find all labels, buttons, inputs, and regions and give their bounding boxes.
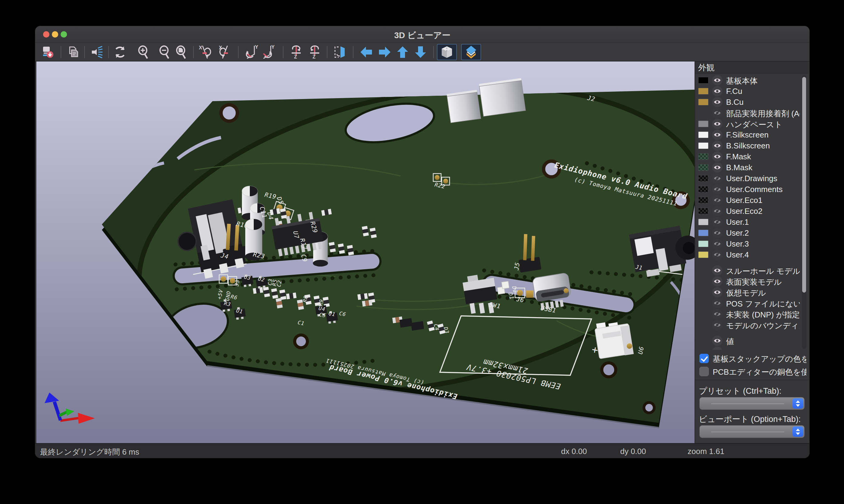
layer-row[interactable]: ハンダペースト [695,119,809,129]
stackup-colors-checkbox[interactable] [700,354,709,363]
export-image-button[interactable] [39,44,56,60]
layer-row[interactable]: B.Mask [695,162,809,173]
eye-visible-icon[interactable] [712,141,722,151]
layer-row[interactable]: User.Eco1 [695,195,809,206]
scrollbar-thumb[interactable] [802,77,806,293]
zoom-out-button[interactable] [156,44,173,60]
layer-color-swatch[interactable] [698,240,708,247]
layer-row[interactable]: B.Cu [695,96,809,108]
eye-hidden-icon[interactable] [712,309,722,319]
eye-visible-icon[interactable] [712,162,722,173]
copy-image-button[interactable] [65,44,82,60]
raytracing-render-button[interactable] [88,44,105,60]
layer-color-swatch[interactable] [698,251,708,258]
layer-list[interactable]: 基板本体F.CuB.Cu部品実装用接着剤 (Adhesive)ハンダペーストF.… [695,75,809,350]
rotate-z-clockwise-button[interactable]: Z [288,44,305,60]
rotate-z-cw-icon: Z [289,45,303,59]
extra-row[interactable] [695,346,809,350]
orthographic-projection-toggle[interactable] [437,44,457,60]
layer-row[interactable]: F.Silkscreen [695,129,809,140]
zoom-to-fit-button[interactable] [173,44,190,60]
eye-hidden-icon[interactable] [712,239,722,249]
layer-color-swatch[interactable] [698,77,708,84]
layer-row[interactable]: User.4 [695,249,809,260]
layer-list-scrollbar[interactable] [802,75,806,348]
extra-row[interactable]: 値 [695,335,809,346]
layer-row[interactable]: User.Drawings [695,173,809,184]
viewport-dropdown[interactable] [700,425,805,438]
model-row[interactable]: 未実装 (DNP) が指定されたモデル [695,309,809,320]
layer-color-swatch[interactable] [698,153,708,160]
layer-row[interactable]: User.2 [695,228,809,238]
layer-row[interactable]: 部品実装用接着剤 (Adhesive) [695,108,809,119]
eye-hidden-icon[interactable] [712,228,722,238]
layer-row[interactable]: F.Mask [695,151,809,162]
eye-visible-icon[interactable] [712,97,722,107]
layer-row[interactable]: 基板本体 [695,75,809,86]
rotate-x-clockwise-button[interactable]: X [197,44,214,60]
eye-hidden-icon[interactable] [712,217,722,227]
eye-hidden-icon[interactable] [712,108,722,118]
preset-stepper-icon[interactable] [792,398,803,409]
zoom-in-button[interactable] [135,44,152,60]
layer-color-swatch[interactable] [698,208,708,214]
rotate-y-counterclockwise-button[interactable]: Y [260,44,277,60]
layer-row[interactable]: User.1 [695,217,809,228]
layer-row[interactable]: User.Comments [695,184,809,195]
eye-visible-icon[interactable] [712,287,722,298]
checkbox-row-copper[interactable]: PCBエディターの銅色を使用 [700,366,806,377]
pan-down-button[interactable] [412,44,429,60]
model-row[interactable]: 仮想モデル [695,287,809,298]
viewport-stepper-icon[interactable] [792,427,803,437]
layer-row[interactable]: B.Silkscreen [695,140,809,151]
eye-visible-icon[interactable] [712,265,722,276]
layer-color-swatch[interactable] [698,88,708,94]
layer-color-swatch[interactable] [698,186,708,193]
pan-up-button[interactable] [394,44,411,60]
viewport-3d[interactable]: Exidiophone v6.0 Audio Board (c) Tomoya … [36,61,694,443]
rotate-x-counterclockwise-button[interactable]: X [217,44,234,60]
eye-visible-icon[interactable] [712,336,722,346]
rotate-y-clockwise-button[interactable]: Y [244,44,261,60]
appearance-panel-toggle[interactable] [461,44,481,60]
layer-color-swatch[interactable] [698,142,708,149]
eye-visible-icon[interactable] [712,130,722,140]
flip-board-button[interactable] [331,44,348,60]
layer-color-swatch[interactable] [698,99,708,105]
model-row[interactable]: スルーホール モデル [695,265,809,276]
layer-color-swatch[interactable] [698,175,708,182]
layer-color-swatch[interactable] [698,230,708,236]
layer-color-swatch[interactable] [698,131,708,138]
pan-left-button[interactable] [358,44,375,60]
eye-hidden-icon[interactable] [712,195,722,205]
eye-hidden-icon[interactable] [712,250,722,260]
refresh-view-button[interactable] [111,44,128,60]
pan-right-button[interactable] [376,44,393,60]
pcb-copper-colors-checkbox[interactable] [700,367,709,376]
model-row[interactable]: 表面実装モデル [695,276,809,287]
model-row[interactable]: POS ファイルにないモデル [695,298,809,309]
layer-row[interactable]: User.Eco2 [695,206,809,217]
eye-visible-icon[interactable] [712,119,722,129]
layer-color-swatch[interactable] [698,219,708,226]
eye-visible-icon[interactable] [712,151,722,162]
layer-color-swatch[interactable] [698,121,708,127]
eye-hidden-icon[interactable] [712,206,722,216]
eye-hidden-icon[interactable] [712,320,722,330]
rotate-z-counterclockwise-button[interactable]: Z [306,44,323,60]
eye-visible-icon[interactable] [712,86,722,96]
layer-row[interactable]: F.Cu [695,86,809,96]
checkbox-row-stackup[interactable]: 基板スタックアップの色を使用 [700,353,806,364]
eye-hidden-icon[interactable] [712,184,722,195]
layer-color-swatch[interactable] [698,164,708,171]
eye-visible-icon[interactable] [712,276,722,287]
title-bar[interactable]: 3D ビューアー [35,26,809,43]
preset-dropdown[interactable] [700,397,805,410]
model-row[interactable]: モデルのバウンディングボックス [695,320,809,330]
layer-row[interactable]: User.3 [695,238,809,249]
eye-visible-icon[interactable] [712,346,722,350]
eye-hidden-icon[interactable] [712,173,722,183]
eye-hidden-icon[interactable] [712,298,722,308]
layer-color-swatch[interactable] [698,197,708,203]
eye-visible-icon[interactable] [712,75,722,85]
